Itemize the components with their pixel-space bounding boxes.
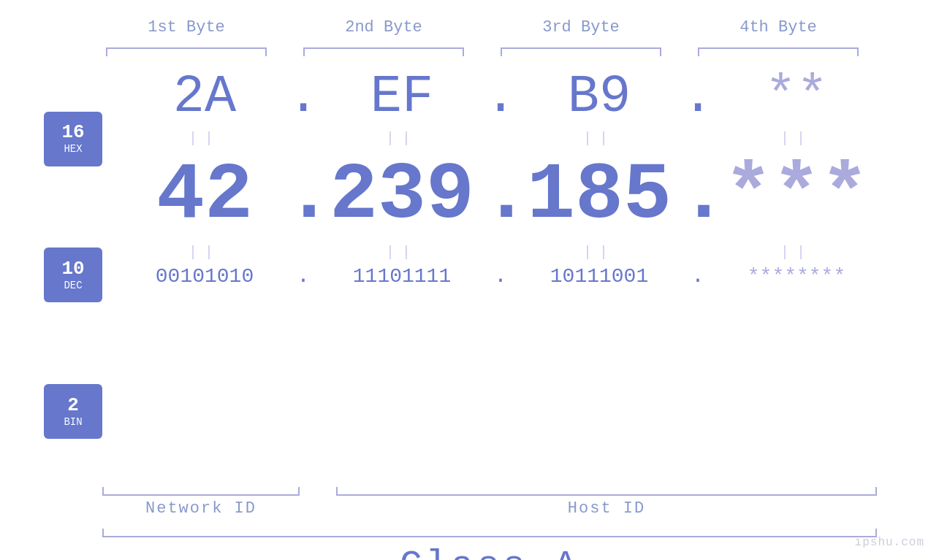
eq2-b4: || bbox=[716, 244, 877, 261]
dec-byte2: 239 bbox=[322, 150, 482, 241]
eq2-b3: || bbox=[519, 244, 680, 261]
dot-hex-2: . bbox=[482, 67, 519, 127]
dec-badge: 10 DEC bbox=[44, 248, 102, 302]
dot-hex-1: . bbox=[285, 67, 322, 127]
dot-dec-1: . bbox=[285, 150, 322, 241]
eq2-b1: || bbox=[124, 244, 285, 261]
dot-dec-2: . bbox=[482, 150, 519, 241]
eq1-b2: || bbox=[322, 130, 482, 147]
hex-byte1: 2A bbox=[124, 67, 285, 127]
hex-num: 16 bbox=[61, 123, 84, 142]
network-id-label: Network ID bbox=[102, 499, 300, 518]
dot-bin-3: . bbox=[680, 264, 716, 288]
hex-byte2: EF bbox=[322, 67, 482, 127]
bin-byte3: 10111001 bbox=[519, 265, 680, 288]
eq1-b3: || bbox=[519, 130, 680, 147]
byte4-top-bracket bbox=[698, 47, 859, 56]
bin-num: 2 bbox=[67, 396, 79, 415]
eq1-b4: || bbox=[716, 130, 877, 147]
host-id-label: Host ID bbox=[336, 499, 877, 518]
dec-num: 10 bbox=[61, 259, 84, 278]
hex-byte4: ** bbox=[716, 67, 877, 127]
byte2-header: 2nd Byte bbox=[303, 18, 464, 37]
dec-label: DEC bbox=[64, 280, 82, 291]
equals-row-1: || || || || bbox=[124, 130, 939, 147]
net-host-labels: Network ID Host ID bbox=[102, 499, 877, 518]
dec-byte1: 42 bbox=[124, 150, 285, 241]
byte4-header: 4th Byte bbox=[698, 18, 859, 37]
dot-bin-2: . bbox=[482, 264, 519, 288]
hex-byte3: B9 bbox=[519, 67, 680, 127]
bin-byte1: 00101010 bbox=[124, 265, 285, 288]
bin-label: BIN bbox=[64, 416, 82, 428]
hex-row: 2A . EF . B9 . ** bbox=[124, 67, 939, 127]
watermark: ipshu.com bbox=[855, 536, 924, 549]
hex-badge: 16 HEX bbox=[44, 112, 102, 166]
dot-hex-3: . bbox=[680, 67, 716, 127]
hex-label: HEX bbox=[64, 143, 82, 155]
bin-byte4: ******** bbox=[716, 265, 877, 288]
host-bracket bbox=[336, 487, 877, 496]
byte2-top-bracket bbox=[303, 47, 464, 56]
network-bracket bbox=[102, 487, 300, 496]
bin-byte2: 11101111 bbox=[322, 265, 482, 288]
eq2-b2: || bbox=[322, 244, 482, 261]
equals-row-2: || || || || bbox=[124, 244, 939, 261]
class-label: Class A bbox=[102, 545, 877, 560]
dec-byte4: *** bbox=[716, 150, 877, 241]
net-host-brackets bbox=[102, 487, 877, 496]
class-bracket bbox=[102, 529, 877, 537]
eq1-b1: || bbox=[124, 130, 285, 147]
byte3-header: 3rd Byte bbox=[501, 18, 661, 37]
byte1-top-bracket bbox=[106, 47, 267, 56]
dec-byte3: 185 bbox=[519, 150, 680, 241]
dot-bin-1: . bbox=[285, 264, 322, 288]
bin-badge: 2 BIN bbox=[44, 384, 102, 439]
byte1-header: 1st Byte bbox=[106, 18, 267, 37]
dec-row: 42 . 239 . 185 . *** bbox=[124, 150, 939, 241]
byte3-top-bracket bbox=[501, 47, 661, 56]
dot-dec-3: . bbox=[680, 150, 716, 241]
bin-row: 00101010 . 11101111 . 10111001 . *******… bbox=[124, 264, 939, 288]
